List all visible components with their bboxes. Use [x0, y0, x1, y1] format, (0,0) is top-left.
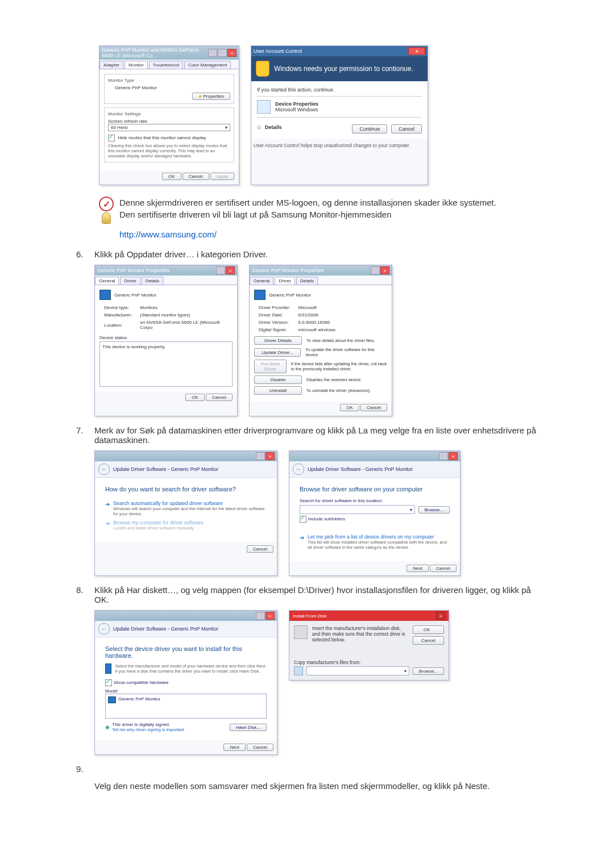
ok-button[interactable]: OK	[413, 625, 444, 634]
cancel-button[interactable]: Cancel	[430, 565, 457, 572]
tab-details[interactable]: Details	[142, 277, 163, 285]
close-icon[interactable]: ✕	[408, 47, 425, 55]
ok-button[interactable]: OK	[340, 404, 359, 411]
search-location-label: Search for driver software in this locat…	[300, 498, 450, 503]
close-icon[interactable]: ×	[436, 612, 445, 620]
note-icon-column: ✓	[99, 197, 114, 240]
tab-monitor[interactable]: Monitor	[125, 61, 148, 69]
compatible-checkbox[interactable]	[105, 679, 112, 686]
browse-button[interactable]: Browse...	[418, 506, 450, 514]
cancel-button[interactable]: Cancel	[247, 545, 273, 553]
model-list[interactable]: Generic PnP Monitor	[105, 694, 267, 719]
driver-props-general-dialog: Generic PnP Monitor Properties × General…	[94, 265, 238, 416]
continue-button[interactable]: Continue	[352, 124, 387, 133]
browse-button[interactable]: Browse...	[413, 667, 444, 675]
back-arrow-icon[interactable]: ←	[98, 623, 110, 635]
help-icon[interactable]	[216, 266, 225, 274]
select-driver-dialog: × ← Update Driver Software - Generic PnP…	[94, 610, 277, 755]
uninstall-button[interactable]: Uninstall	[254, 386, 302, 395]
wizard-question: How do you want to search for driver sof…	[105, 486, 267, 493]
apply-button[interactable]: Apply	[210, 173, 234, 180]
update-driver-button[interactable]: Update Driver...	[254, 348, 301, 357]
refresh-rate-select[interactable]: 60 Hertz▾	[108, 124, 230, 131]
note-line1: Denne skjermdriveren er sertifisert unde…	[119, 198, 496, 207]
step9-text: Velg den neste modellen som samsvarer me…	[94, 781, 538, 791]
update-driver-wizard-b: × ← Update Driver Software - Generic PnP…	[289, 450, 460, 576]
properties-button[interactable]: ◈ Properties	[192, 93, 230, 100]
hide-modes-label: Hide modes that this monitor cannot disp…	[118, 135, 206, 140]
next-button[interactable]: Next	[406, 565, 428, 572]
program-icon	[257, 100, 271, 114]
next-button[interactable]: Next	[223, 744, 245, 751]
tab-driver[interactable]: Driver	[120, 277, 140, 285]
cancel-button[interactable]: Cancel	[247, 744, 273, 751]
minimize-icon[interactable]	[208, 49, 217, 57]
wizard-question: Browse for driver software on your compu…	[300, 486, 450, 493]
back-arrow-icon[interactable]: ←	[293, 464, 304, 475]
ok-button[interactable]: OK	[185, 394, 205, 401]
hide-modes-checkbox[interactable]	[108, 135, 115, 141]
maximize-icon[interactable]	[218, 49, 227, 57]
signing-link[interactable]: Tell me why driver signing is important	[112, 727, 184, 732]
minimize-icon[interactable]	[439, 452, 448, 460]
rollback-driver-button[interactable]: Roll Back Driver	[254, 360, 287, 373]
uac-headline: Windows needs your permission to contion…	[274, 65, 413, 73]
dialog-title: Install From Disk	[293, 614, 327, 619]
uac-footer: User Account Control helps stop unauthor…	[251, 139, 428, 152]
tab-general[interactable]: General	[250, 277, 273, 285]
tab-driver[interactable]: Driver	[275, 277, 294, 285]
copy-path-field[interactable]: ▾	[306, 666, 409, 675]
tab-color[interactable]: Color Management	[184, 61, 231, 69]
device-status-label: Device status	[99, 335, 233, 340]
close-icon[interactable]: ×	[449, 452, 458, 460]
ok-button[interactable]: OK	[162, 173, 181, 180]
tab-adapter[interactable]: Adapter	[99, 61, 123, 69]
path-field[interactable]: ▾	[300, 505, 415, 514]
chevron-down-icon: ▾	[410, 507, 412, 512]
include-subfolders-checkbox[interactable]	[300, 516, 306, 523]
close-icon[interactable]: ×	[265, 452, 275, 460]
dialog-title: Generic PnP Monitor and NVIDIA GeForce 6…	[102, 47, 208, 59]
driver-details-button[interactable]: Driver Details	[254, 336, 302, 345]
option-browse-computer[interactable]: ➔ Browse my computer for driver software…	[105, 520, 267, 531]
samsung-link[interactable]: http://www.samsung.com/	[119, 229, 217, 239]
option-pick-from-list[interactable]: ➔ Let me pick from a list of device driv…	[300, 534, 450, 550]
chevron-down-icon[interactable]: ⊙	[257, 124, 262, 130]
tab-general[interactable]: General	[95, 277, 119, 285]
arrow-icon: ➔	[300, 535, 304, 541]
tab-troubleshoot[interactable]: Troubleshoot	[149, 61, 183, 69]
arrow-icon: ➔	[105, 501, 110, 507]
uac-item2: Microsoft Windows	[275, 107, 318, 112]
shield-icon	[256, 61, 269, 77]
have-disk-button[interactable]: Have Disk...	[230, 724, 267, 731]
minimize-icon[interactable]	[256, 452, 265, 460]
step-number: 9.	[76, 764, 88, 791]
close-icon[interactable]: ×	[226, 266, 235, 274]
cancel-button[interactable]: Cancel	[413, 636, 444, 645]
cancel-button[interactable]: Cancel	[182, 173, 209, 180]
close-icon[interactable]: ×	[380, 266, 389, 274]
monitor-icon	[99, 290, 111, 300]
minimize-icon[interactable]	[256, 612, 265, 620]
step-number: 8.	[76, 585, 88, 755]
uac-title: User Account Control	[254, 48, 302, 54]
disable-button[interactable]: Disable	[254, 375, 302, 384]
close-icon[interactable]: ×	[265, 612, 275, 620]
driver-info-table: Driver Provider:Microsoft Driver Date:6/…	[254, 303, 340, 334]
cancel-button[interactable]: Cancel	[360, 404, 387, 411]
option-search-auto[interactable]: ➔ Search automatically for updated drive…	[105, 500, 267, 516]
note-line2: Den sertifiserte driveren vil bli lagt u…	[119, 210, 392, 219]
check-icon: ✓	[99, 197, 114, 211]
uac-started-label: If you started this action, continue.	[257, 87, 422, 93]
back-arrow-icon[interactable]: ←	[98, 464, 110, 475]
help-icon[interactable]	[371, 266, 380, 274]
cancel-button[interactable]: Cancel	[206, 394, 233, 401]
tab-details[interactable]: Details	[296, 277, 318, 285]
lightbulb-icon	[102, 212, 111, 224]
details-toggle[interactable]: Details	[265, 124, 282, 130]
uac-item1: Device Properties	[275, 101, 318, 107]
close-icon[interactable]: ×	[227, 49, 237, 57]
cancel-button[interactable]: Cancel	[391, 124, 422, 133]
step-number: 7.	[76, 425, 88, 576]
device-name: Generic PnP Monitor	[269, 293, 311, 298]
